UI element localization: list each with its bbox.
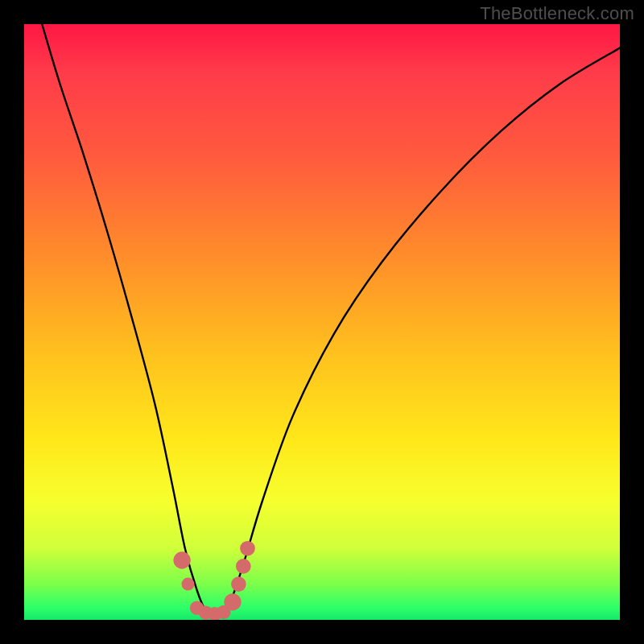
chart-frame: TheBottleneck.com [0,0,644,644]
curve-marker [182,578,195,591]
curve-marker [173,551,190,568]
chart-overlay [24,24,620,620]
bottleneck-curve [42,24,620,615]
curve-marker [240,541,255,556]
curve-marker [231,576,246,592]
plot-area [24,24,620,620]
curve-markers [173,541,254,620]
curve-marker [224,593,241,610]
curve-marker [236,559,251,574]
watermark-text: TheBottleneck.com [480,3,634,24]
